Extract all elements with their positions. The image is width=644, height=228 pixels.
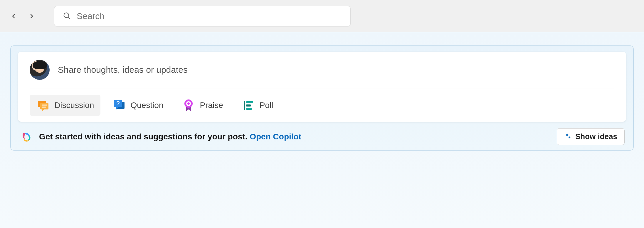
post-type-poll[interactable]: Poll	[235, 95, 280, 116]
post-type-label: Discussion	[54, 101, 94, 110]
praise-icon	[181, 98, 196, 112]
search-input[interactable]	[77, 11, 342, 21]
open-copilot-link[interactable]: Open Copilot	[250, 132, 301, 141]
post-type-label: Praise	[200, 101, 223, 110]
svg-rect-12	[244, 101, 245, 110]
svg-rect-15	[246, 108, 252, 110]
copilot-logo-icon	[21, 131, 33, 143]
svg-text:?: ?	[116, 100, 120, 107]
post-type-label: Question	[130, 101, 163, 110]
chevron-left-icon	[10, 13, 17, 20]
copilot-prompt-text: Get started with ideas and suggestions f…	[39, 132, 250, 141]
nav-arrows	[6, 11, 36, 21]
search-icon	[63, 11, 71, 21]
compose-placeholder: Share thoughts, ideas or updates	[58, 65, 188, 75]
composer-card: Share thoughts, ideas or updates Discuss…	[18, 52, 626, 122]
copilot-row: Get started with ideas and suggestions f…	[18, 122, 626, 145]
post-type-question[interactable]: ? Question	[106, 95, 170, 116]
show-ideas-button[interactable]: Show ideas	[557, 128, 625, 145]
svg-rect-14	[246, 104, 251, 107]
svg-point-11	[187, 102, 190, 105]
svg-rect-13	[246, 101, 253, 103]
sparkle-icon	[564, 132, 571, 141]
header-bar	[0, 0, 644, 32]
post-type-discussion[interactable]: Discussion	[30, 95, 100, 116]
search-box[interactable]	[54, 6, 351, 26]
copilot-text: Get started with ideas and suggestions f…	[39, 132, 301, 141]
composer-wrapper: Share thoughts, ideas or updates Discuss…	[10, 45, 634, 151]
svg-rect-3	[40, 103, 48, 109]
copilot-prompt: Get started with ideas and suggestions f…	[21, 131, 301, 143]
post-type-praise[interactable]: Praise	[175, 95, 229, 116]
post-type-tabs: Discussion ? Question	[30, 89, 614, 116]
show-ideas-label: Show ideas	[575, 132, 617, 141]
question-icon: ?	[112, 98, 126, 112]
nav-forward-button[interactable]	[27, 11, 36, 21]
post-type-label: Poll	[260, 101, 273, 110]
content-area: Share thoughts, ideas or updates Discuss…	[0, 32, 644, 228]
chevron-right-icon	[28, 13, 35, 20]
nav-back-button[interactable]	[9, 11, 18, 21]
discussion-icon	[36, 98, 50, 112]
avatar	[30, 60, 50, 80]
svg-line-1	[68, 17, 70, 18]
poll-icon	[241, 98, 255, 112]
compose-input-row[interactable]: Share thoughts, ideas or updates	[30, 60, 614, 89]
